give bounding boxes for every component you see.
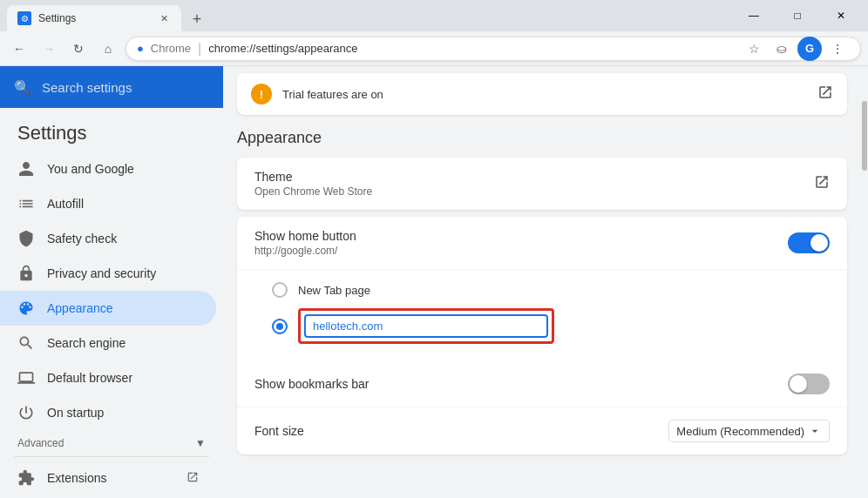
sidebar-item-privacy-security[interactable]: Privacy and security: [0, 256, 216, 291]
content-area: ! Trial features are on Appearance Theme…: [223, 66, 861, 498]
sidebar-title: Settings: [0, 108, 223, 151]
home-button-row: Show home button http://google.com/: [237, 217, 847, 270]
forward-button[interactable]: →: [37, 37, 61, 61]
theme-label-group: Theme Open Chrome Web Store: [254, 170, 372, 198]
search-bar: 🔍: [0, 66, 223, 108]
new-tab-radio-row[interactable]: New Tab page: [272, 277, 830, 303]
sidebar-label-extensions: Extensions: [47, 471, 106, 485]
trial-warning-icon: !: [251, 84, 272, 104]
url-path: chrome://settings/appearance: [208, 42, 357, 55]
extensions-icon[interactable]: ⛀: [770, 37, 794, 61]
sidebar-item-extensions[interactable]: Extensions: [0, 461, 216, 495]
advanced-chevron-icon: ▼: [195, 437, 206, 449]
radio-section: New Tab page: [237, 270, 847, 361]
bookmarks-bar-label: Show bookmarks bar: [254, 377, 370, 391]
url-brand: Chrome: [151, 42, 191, 55]
sidebar-item-default-browser[interactable]: Default browser: [0, 360, 216, 395]
sidebar: 🔍 Settings You and Google Autofill: [0, 66, 223, 498]
sidebar-label-appearance: Appearance: [47, 301, 113, 315]
bookmarks-bar-row: Show bookmarks bar: [237, 361, 847, 407]
sidebar-item-you-and-google[interactable]: You and Google: [0, 151, 216, 186]
tab-bar: ⚙ Settings ✕ +: [7, 0, 209, 31]
home-button-toggle[interactable]: [788, 232, 830, 253]
tab-close-button[interactable]: ✕: [157, 11, 171, 25]
sidebar-label-you-and-google: You and Google: [47, 162, 134, 176]
advanced-section[interactable]: Advanced ▼: [0, 430, 223, 453]
reload-button[interactable]: ↻: [66, 37, 91, 61]
custom-url-highlight: [298, 308, 554, 344]
new-tab-radio-button[interactable]: [272, 282, 288, 298]
sidebar-label-on-startup: On startup: [47, 406, 104, 420]
close-button[interactable]: ✕: [821, 0, 861, 31]
url-right-icons: ☆ ⛀ G ⋮: [742, 37, 850, 61]
tab-title: Settings: [38, 12, 76, 24]
search-icon-sidebar: [17, 334, 35, 352]
autofill-icon: [17, 195, 35, 212]
theme-external-link-icon[interactable]: [814, 174, 830, 193]
power-icon: [17, 404, 35, 421]
main-content: 🔍 Settings You and Google Autofill: [0, 66, 868, 498]
menu-icon[interactable]: ⋮: [825, 37, 850, 61]
sidebar-label-search-engine: Search engine: [47, 336, 125, 350]
font-size-row: Font size Medium (Recommended): [237, 407, 847, 454]
sidebar-item-on-startup[interactable]: On startup: [0, 395, 216, 430]
sidebar-divider: [14, 456, 209, 457]
appearance-section-title: Appearance: [223, 122, 861, 158]
url-bar[interactable]: ● Chrome | chrome://settings/appearance …: [125, 37, 861, 61]
search-icon: 🔍: [14, 79, 31, 96]
home-button-sublabel: http://google.com/: [254, 245, 356, 257]
search-input[interactable]: [42, 80, 209, 95]
custom-url-input[interactable]: [304, 314, 548, 338]
bookmark-icon[interactable]: ☆: [742, 37, 766, 61]
minimize-button[interactable]: —: [734, 0, 774, 31]
toggle-thumb: [810, 234, 828, 252]
sidebar-label-default-browser: Default browser: [47, 371, 132, 385]
home-button-label-group: Show home button http://google.com/: [254, 229, 356, 257]
theme-sublabel: Open Chrome Web Store: [254, 185, 372, 198]
sidebar-label-privacy-security: Privacy and security: [47, 266, 156, 280]
back-button[interactable]: ←: [7, 37, 31, 61]
home-button[interactable]: ⌂: [96, 37, 120, 61]
sidebar-content: Settings You and Google Autofill: [0, 108, 223, 495]
custom-url-radio-row[interactable]: [272, 303, 830, 349]
url-separator: |: [198, 41, 201, 57]
font-size-label: Font size: [254, 424, 304, 438]
theme-label: Theme: [254, 170, 372, 184]
active-tab[interactable]: ⚙ Settings ✕: [7, 5, 181, 31]
font-size-value: Medium (Recommended): [676, 425, 804, 438]
home-button-label: Show home button: [254, 229, 356, 243]
lock-icon: [17, 265, 35, 282]
trial-banner-text: Trial features are on: [282, 88, 383, 101]
new-tab-radio-label: New Tab page: [298, 284, 370, 297]
theme-row[interactable]: Theme Open Chrome Web Store: [237, 158, 847, 210]
palette-icon: [17, 299, 35, 317]
address-bar: ← → ↻ ⌂ ● Chrome | chrome://settings/app…: [0, 31, 868, 66]
advanced-label: Advanced: [17, 437, 64, 449]
scrollbar-track[interactable]: [861, 66, 868, 498]
tab-favicon: ⚙: [17, 11, 31, 25]
external-link-icon: [186, 471, 199, 486]
sidebar-item-search-engine[interactable]: Search engine: [0, 326, 216, 360]
sidebar-item-autofill[interactable]: Autofill: [0, 186, 216, 221]
theme-card: Theme Open Chrome Web Store: [237, 158, 847, 210]
window-controls: — □ ✕: [734, 0, 861, 31]
profile-avatar[interactable]: G: [797, 37, 822, 61]
browser-frame: ⚙ Settings ✕ + — □ ✕ ← → ↻ ⌂ ● Chrome | …: [0, 0, 868, 498]
font-size-select[interactable]: Medium (Recommended): [668, 420, 830, 442]
sidebar-label-safety-check: Safety check: [47, 232, 117, 246]
sidebar-label-autofill: Autofill: [47, 197, 84, 211]
new-tab-button[interactable]: +: [185, 7, 209, 31]
bookmarks-toggle-thumb: [790, 375, 807, 393]
custom-url-radio-button[interactable]: [272, 319, 288, 334]
title-bar: ⚙ Settings ✕ + — □ ✕: [0, 0, 868, 31]
scrollbar-thumb[interactable]: [862, 101, 867, 171]
trial-external-link-icon[interactable]: [817, 84, 833, 104]
maximize-button[interactable]: □: [777, 0, 817, 31]
trial-banner: ! Trial features are on: [237, 73, 847, 115]
bookmarks-bar-toggle[interactable]: [788, 374, 830, 394]
sidebar-item-safety-check[interactable]: Safety check: [0, 221, 216, 256]
person-icon: [17, 160, 35, 178]
home-button-card: Show home button http://google.com/ New …: [237, 217, 847, 454]
sidebar-item-appearance[interactable]: Appearance: [0, 291, 216, 326]
extensions-puzzle-icon: [17, 469, 35, 487]
